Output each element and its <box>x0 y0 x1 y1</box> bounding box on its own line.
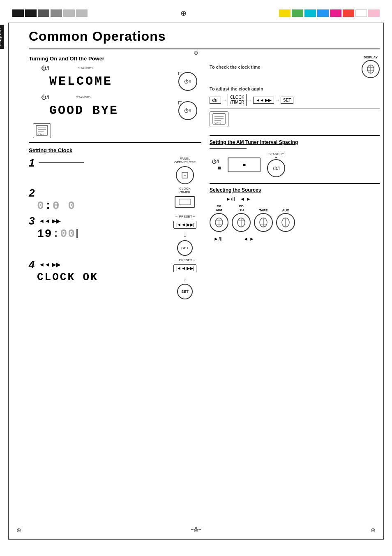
cd-to-button[interactable] <box>232 213 251 232</box>
crosshair-mid: ⊕ <box>194 49 198 56</box>
step-2-right: CLOCK/TIMER <box>168 187 201 208</box>
aux-btn-area: AUX <box>276 208 295 232</box>
sources-bottom-row: ►/II ◄ ► <box>210 236 380 242</box>
play-pause-bottom: ►/II <box>214 236 223 242</box>
arrow-down-4: ↓ <box>183 275 187 282</box>
step-2-number: 2 <box>29 187 35 199</box>
tape-button[interactable] <box>254 213 273 232</box>
step-1-right: PANELOPEN/CLOSE <box>168 157 201 184</box>
setting-clock-title: Setting the Clock <box>29 147 201 153</box>
right-column: To check the clock time DISPLAY To <box>210 56 380 242</box>
preset-next-icon-3: ▶▶| <box>187 222 194 227</box>
seg-c <box>304 9 316 17</box>
set-button-4[interactable]: SET <box>177 284 193 299</box>
border-left <box>8 23 9 540</box>
skip-prev-3: ◄◄ <box>39 218 50 224</box>
left-column: Turning On and Off the Power ⏻/I STANDBY… <box>29 56 201 302</box>
check-clock-title: To check the clock time <box>210 65 260 70</box>
diag-arrow-2: → <box>247 97 252 103</box>
adjust-clock-title: To adjust the clock again <box>210 86 380 91</box>
diag-box-3: ◄◄ ▶▶ <box>253 97 274 104</box>
seg-2 <box>25 9 37 17</box>
am-power-button[interactable]: ⏻/I <box>267 159 285 177</box>
cd-to-icon <box>236 218 246 227</box>
fm-am-icon <box>214 218 224 227</box>
seg-6 <box>76 9 88 17</box>
fm-am-button[interactable] <box>210 213 228 232</box>
crosshair-bottom-right: ⊕ <box>371 527 376 533</box>
seg-r <box>343 9 354 17</box>
set-label-4: SET <box>181 290 189 294</box>
set-button-3[interactable]: SET <box>177 240 193 256</box>
adjust-clock-diagram: ⏻/I → CLOCK/TIMER → ◄◄ ▶▶ → SET <box>210 94 380 106</box>
preset-buttons-4[interactable]: |◄◄ ▶▶| <box>173 264 196 272</box>
am-tuner-underline <box>210 148 247 149</box>
panel-btn-label: PANELOPEN/CLOSE <box>174 157 196 164</box>
power-section-title: Turning On and Off the Power <box>29 56 201 62</box>
am-standby-dot <box>275 157 277 158</box>
diag-box-4: SET <box>281 97 293 104</box>
step-3-right: ← PRESET + |◄◄ ▶▶| ↓ SET <box>168 215 201 256</box>
clock-timer-icon <box>179 199 191 205</box>
tape-btn-area: TAPE <box>254 208 273 232</box>
power-btn-label-on: ⏻/I <box>184 79 191 84</box>
clock-timer-button[interactable] <box>175 196 195 208</box>
border-right <box>383 23 384 540</box>
title-rule <box>29 49 380 49</box>
preset-label-3: ← PRESET + <box>175 215 195 218</box>
power-symbol-off: ⏻/I <box>41 94 49 100</box>
source-buttons-area: FM/AM CD/TO <box>210 204 380 232</box>
am-power-symbol: ⏻/I <box>212 159 219 164</box>
step-2-display: 0:0 0 <box>37 199 167 212</box>
am-tuner-divider <box>210 135 380 136</box>
diag-arrow-1: → <box>222 97 227 103</box>
skip-next-3: ▶▶ <box>52 218 61 224</box>
seg-5 <box>63 9 75 17</box>
welcome-display: WELCOME <box>49 74 113 88</box>
step-3-display: 19:00 <box>37 227 167 240</box>
aux-button[interactable] <box>276 213 295 232</box>
fm-am-label: FM/AM <box>216 204 222 212</box>
power-symbol-on: ⏻/I <box>41 65 49 71</box>
standby-dot-top <box>178 72 182 75</box>
selecting-sources-title: Selecting the Sources <box>210 187 380 193</box>
step-1-number: 1 <box>29 157 35 169</box>
am-tuner-controls: ⏻/I ■ ■ STANDBY ⏻/I <box>210 152 380 177</box>
setting-clock-section: Setting the Clock 1 PANELOPEN/CLOSE <box>29 147 201 299</box>
power-btn-label-off: ⏻/I <box>184 108 191 113</box>
am-stop-in-btn: ■ <box>243 162 246 168</box>
aux-label: AUX <box>282 208 289 212</box>
clock-timer-label: CLOCK/TIMER <box>179 187 191 195</box>
step-2-row: 2 0:0 0 CLOCK/TIMER <box>29 187 201 212</box>
notes-icon-adjust: notes <box>210 111 228 127</box>
am-rect-button[interactable]: ■ <box>228 158 261 172</box>
seg-b <box>317 9 329 17</box>
standby-label-off: STANDBY <box>76 95 91 99</box>
clock-section-divider <box>29 142 201 143</box>
step-2-content: 2 0:0 0 <box>29 187 167 212</box>
step-3-row: 3 ◄◄ ▶▶ 19:00 ← PRESET + |◄◄ ▶▶| <box>29 215 201 256</box>
panel-open-close-button[interactable] <box>176 166 194 184</box>
display-button[interactable] <box>362 60 380 78</box>
preset-buttons-3[interactable]: |◄◄ ▶▶| <box>173 221 196 229</box>
standby-label-on: STANDBY <box>78 66 93 70</box>
svg-text:notes: notes <box>214 122 221 125</box>
sources-divider <box>210 183 380 184</box>
step-4-number: 4 <box>29 258 35 271</box>
step-4-content: 4 ◄◄ ▶▶ CLOCK OK <box>29 258 167 283</box>
tape-icon <box>258 218 268 227</box>
adjust-diagram-underline <box>210 109 380 109</box>
play-pause-top: ►/II <box>226 196 235 202</box>
display-label: DISPLAY <box>364 56 378 59</box>
am-standby-area: STANDBY ⏻/I <box>267 152 285 177</box>
standby-dot-top2 <box>178 101 182 104</box>
notes-icon-power: notes <box>33 123 51 138</box>
panel-icon <box>181 171 189 179</box>
check-clock-section: To check the clock time DISPLAY <box>210 56 380 78</box>
am-power-btn-label: ⏻/I <box>273 166 280 171</box>
top-color-bar: ⊕ <box>0 7 392 19</box>
seg-4 <box>51 9 62 17</box>
page-title: Common Operations <box>29 29 166 44</box>
cd-to-label: CD/TO <box>238 204 244 212</box>
svg-text:notes: notes <box>37 133 44 136</box>
